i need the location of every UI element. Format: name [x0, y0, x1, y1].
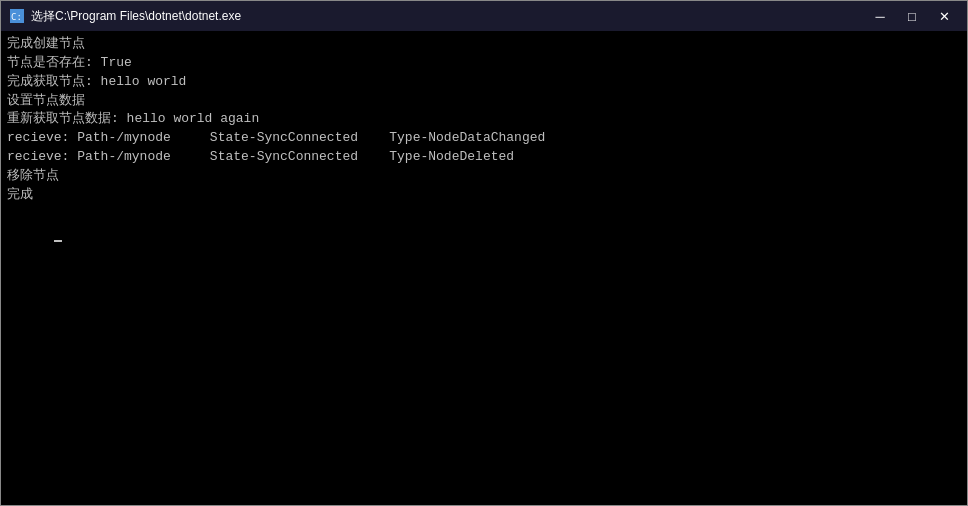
cursor-area	[7, 205, 961, 262]
svg-text:C:: C:	[11, 12, 22, 22]
terminal-icon: C:	[9, 8, 25, 24]
window-title: 选择C:\Program Files\dotnet\dotnet.exe	[31, 8, 241, 25]
window: C: 选择C:\Program Files\dotnet\dotnet.exe …	[0, 0, 968, 506]
console-line: 完成获取节点: hello world	[7, 73, 961, 92]
close-button[interactable]: ✕	[929, 5, 959, 27]
title-bar-controls: ─ □ ✕	[865, 5, 959, 27]
console-body: 完成创建节点节点是否存在: True完成获取节点: hello world设置节…	[1, 31, 967, 505]
console-line: recieve: Path-/mynode State-SyncConnecte…	[7, 148, 961, 167]
title-bar: C: 选择C:\Program Files\dotnet\dotnet.exe …	[1, 1, 967, 31]
console-line: 节点是否存在: True	[7, 54, 961, 73]
console-line: 完成创建节点	[7, 35, 961, 54]
console-line: 设置节点数据	[7, 92, 961, 111]
minimize-button[interactable]: ─	[865, 5, 895, 27]
console-line: 完成	[7, 186, 961, 205]
maximize-button[interactable]: □	[897, 5, 927, 27]
console-line: 重新获取节点数据: hello world again	[7, 110, 961, 129]
cursor	[54, 240, 62, 242]
console-line: recieve: Path-/mynode State-SyncConnecte…	[7, 129, 961, 148]
console-output: 完成创建节点节点是否存在: True完成获取节点: hello world设置节…	[7, 35, 961, 205]
console-line: 移除节点	[7, 167, 961, 186]
title-bar-left: C: 选择C:\Program Files\dotnet\dotnet.exe	[9, 8, 241, 25]
